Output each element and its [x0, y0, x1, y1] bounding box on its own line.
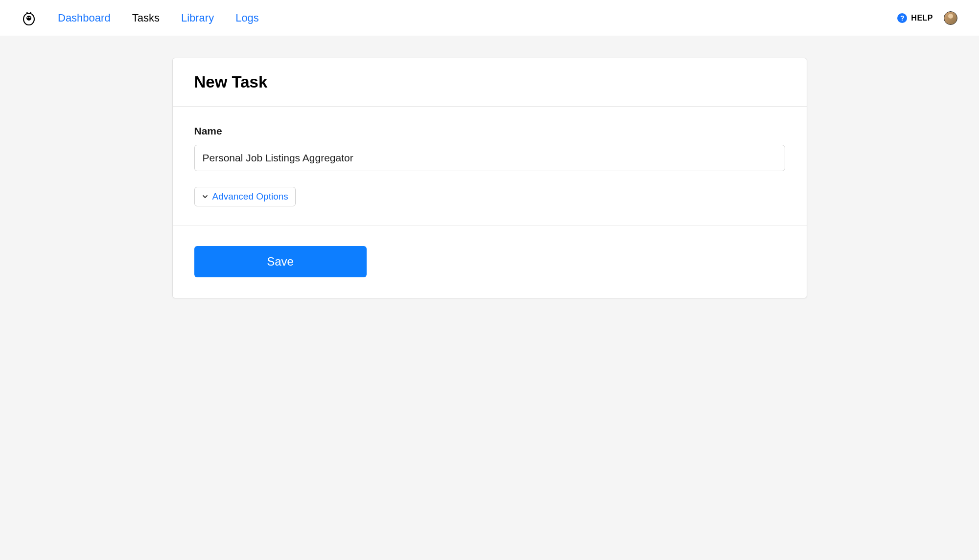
chevron-down-icon — [202, 193, 209, 200]
card-header: New Task — [173, 58, 807, 107]
nav-item-tasks[interactable]: Tasks — [132, 12, 160, 24]
logo-icon — [22, 11, 36, 25]
card-footer: Save — [173, 225, 807, 298]
nav-item-library[interactable]: Library — [181, 12, 214, 24]
card-body: Name Advanced Options — [173, 107, 807, 225]
avatar[interactable] — [944, 11, 957, 25]
svg-point-1 — [26, 16, 31, 21]
nav-item-dashboard[interactable]: Dashboard — [58, 12, 111, 24]
name-label: Name — [194, 125, 785, 137]
save-button[interactable]: Save — [194, 246, 367, 277]
header-left: Dashboard Tasks Library Logs — [22, 11, 259, 25]
page-title: New Task — [194, 73, 785, 91]
svg-point-2 — [27, 17, 28, 18]
help-icon: ? — [897, 13, 907, 23]
advanced-options-toggle[interactable]: Advanced Options — [194, 187, 296, 206]
help-link[interactable]: ? HELP — [897, 13, 933, 23]
nav-item-logs[interactable]: Logs — [235, 12, 259, 24]
logo[interactable] — [22, 11, 36, 25]
task-card: New Task Name Advanced Options Save — [172, 58, 807, 298]
name-input[interactable] — [194, 145, 785, 171]
header-right: ? HELP — [897, 11, 957, 25]
nav: Dashboard Tasks Library Logs — [58, 12, 259, 24]
help-label: HELP — [911, 14, 933, 22]
advanced-options-label: Advanced Options — [212, 191, 288, 202]
name-form-group: Name — [194, 125, 785, 171]
header: Dashboard Tasks Library Logs ? HELP — [0, 0, 979, 36]
svg-point-3 — [29, 17, 30, 18]
main-content: New Task Name Advanced Options Save — [0, 36, 979, 320]
